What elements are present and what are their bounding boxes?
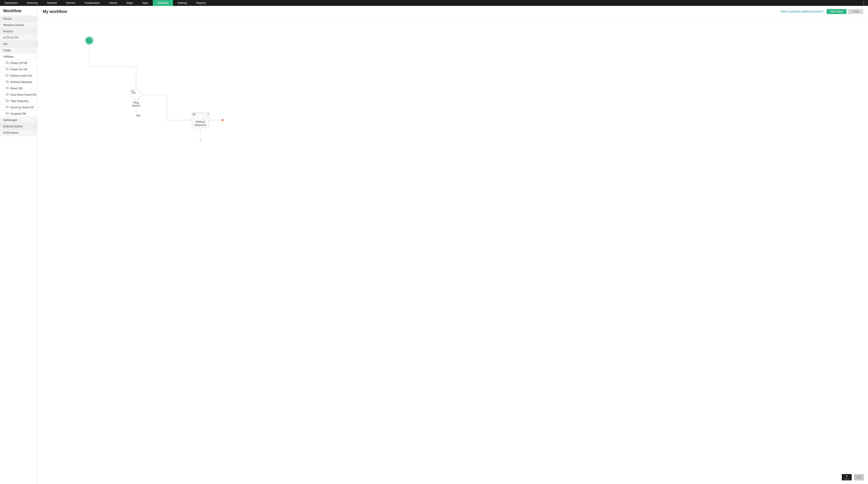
svg-rect-7 <box>6 81 8 83</box>
sidebar-item-suspend-vm[interactable]: Suspend VM <box>0 111 37 117</box>
svg-rect-12 <box>6 99 8 101</box>
close-button[interactable]: Close <box>848 9 863 14</box>
sidebar-item-stand-by-guest-os[interactable]: Stand by Guest OS <box>0 104 37 111</box>
svg-rect-6 <box>6 81 8 82</box>
sidebar-cat-folder[interactable]: Folder <box>0 47 37 54</box>
chevron-down-icon <box>33 50 35 51</box>
datastore-icon <box>197 114 204 120</box>
hint-link[interactable]: Want to perform additional actions? <box>781 10 823 13</box>
nav-item-apps[interactable]: Apps <box>138 0 153 6</box>
ping-device-label: PingDevice <box>128 101 144 108</box>
sidebar-item-power-on-vm[interactable]: Power On VM <box>0 66 37 72</box>
chevron-down-icon <box>33 24 35 26</box>
svg-rect-10 <box>6 93 8 95</box>
vm-icon <box>5 99 9 103</box>
nav-item-maps[interactable]: Maps <box>122 0 137 6</box>
more-vertical-icon <box>864 1 864 5</box>
nav-item-servers[interactable]: Servers <box>61 0 80 6</box>
sidebar-item-reset-vm[interactable]: Reset VM <box>0 85 37 92</box>
svg-rect-3 <box>6 68 8 70</box>
vm-icon <box>5 92 9 97</box>
svg-rect-21 <box>857 476 861 478</box>
vm-icon <box>5 105 9 110</box>
nav-item-dashboard[interactable]: Dashboard <box>0 0 22 6</box>
ping-branch-yes: Yes <box>133 114 143 117</box>
svg-rect-5 <box>6 75 8 77</box>
svg-rect-14 <box>6 106 8 108</box>
nav-item-alarms[interactable]: Alarms <box>104 0 122 6</box>
svg-point-20 <box>193 113 195 114</box>
chevron-down-icon <box>33 119 35 121</box>
sidebar-item-power-off-vm[interactable]: Power Off VM <box>0 60 37 66</box>
refresh-datastore-node[interactable]: Refresh Datastore <box>192 113 209 128</box>
sidebar-cat-vmware[interactable]: VMWare <box>0 54 37 60</box>
svg-rect-4 <box>6 74 8 76</box>
vm-icon <box>5 112 9 116</box>
chevron-down-icon <box>33 18 35 20</box>
svg-rect-0 <box>6 62 8 63</box>
sidebar-item-shut-down-guest-os[interactable]: Shut Down Guest OS <box>0 92 37 98</box>
next-step-button[interactable]: Next Step <box>827 9 847 14</box>
page-title: My workflow <box>43 9 67 14</box>
svg-rect-1 <box>6 62 8 64</box>
sidebar-cat-http-ftp[interactable]: HTTP & FTP <box>0 35 37 41</box>
chat-icon <box>857 475 861 479</box>
vm-icon <box>5 61 9 65</box>
svg-rect-8 <box>6 87 8 88</box>
nav-item-virtualization[interactable]: Virtualization <box>80 0 104 6</box>
workflow-main: My workflow Want to perform additional a… <box>38 6 868 484</box>
start-node[interactable] <box>85 36 94 45</box>
connector-lines <box>38 18 332 176</box>
nav-item-inventory[interactable]: Inventory <box>22 0 42 6</box>
sidebar-cat-external-actions[interactable]: External Actions <box>0 123 37 129</box>
sidebar-cat-device[interactable]: Device <box>0 16 37 22</box>
svg-rect-9 <box>6 88 8 89</box>
chevron-down-icon <box>33 125 35 127</box>
chat-chip[interactable] <box>854 474 864 480</box>
nav-item-workflow[interactable]: Workflow <box>153 0 173 6</box>
vm-icon <box>5 67 9 71</box>
sidebar-cat-windows-service[interactable]: Windows Service <box>0 22 37 28</box>
sidebar-item-reboot-guest-os[interactable]: Reboot Guest OS <box>0 72 37 79</box>
svg-rect-13 <box>6 100 8 102</box>
workflow-canvas[interactable]: PingDevice Yes <box>38 18 868 484</box>
svg-rect-17 <box>6 113 8 115</box>
nav-item-settings[interactable]: Settings <box>173 0 192 6</box>
sidebar-item-refresh-datastore[interactable]: Refresh Datastore <box>0 79 37 85</box>
sidebar-cat-ncm-actions[interactable]: NCM Actions <box>0 129 37 136</box>
bottom-right-widgets: 7 Alarms <box>842 474 864 480</box>
chevron-down-icon <box>33 43 35 45</box>
alarms-chip[interactable]: 7 Alarms <box>842 474 852 480</box>
vm-icon <box>5 73 9 78</box>
nav-item-network[interactable]: Network <box>42 0 61 6</box>
nav-overflow-menu[interactable] <box>861 0 866 6</box>
svg-rect-19 <box>133 92 135 94</box>
nav-item-reports[interactable]: Reports <box>192 0 210 6</box>
svg-rect-15 <box>6 107 8 108</box>
chevron-up-icon <box>33 56 35 58</box>
top-nav-items: DashboardInventoryNetworkServersVirtuali… <box>0 0 210 6</box>
ping-device-icon <box>131 90 141 100</box>
chevron-down-icon <box>33 132 35 134</box>
svg-rect-18 <box>131 90 133 92</box>
workflow-sidebar: Workflow DeviceWindows ServiceProcessHTT… <box>0 6 38 484</box>
connector-endpoint[interactable] <box>221 119 223 121</box>
workflow-header: My workflow Want to perform additional a… <box>38 6 868 18</box>
sidebar-title: Workflow <box>0 6 37 16</box>
svg-rect-11 <box>6 94 8 95</box>
vm-icon <box>5 86 9 90</box>
chevron-down-icon <box>33 31 35 32</box>
sidebar-cat-file[interactable]: File <box>0 41 37 47</box>
top-nav: DashboardInventoryNetworkServersVirtuali… <box>0 0 868 6</box>
sidebar-cat-opmanager[interactable]: OpManager <box>0 117 37 123</box>
chevron-down-icon <box>33 37 35 39</box>
svg-rect-2 <box>6 68 8 69</box>
vm-icon <box>5 80 9 84</box>
sidebar-item-take-snapshot[interactable]: Take Snapshot <box>0 98 37 104</box>
sidebar-cat-process[interactable]: Process <box>0 28 37 35</box>
svg-rect-16 <box>6 112 8 114</box>
